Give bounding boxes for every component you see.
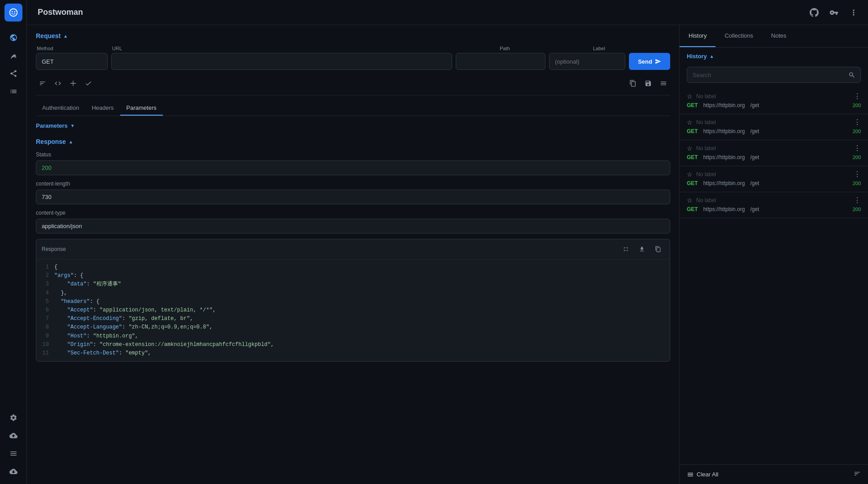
code-icon[interactable] xyxy=(51,77,65,90)
method-badge: GET xyxy=(687,102,698,108)
copy-icon[interactable] xyxy=(626,77,640,90)
code-line-10: 10 "Origin": "chrome-extension://amknoie… xyxy=(36,341,670,349)
github-icon[interactable] xyxy=(807,5,821,20)
history-chevron[interactable]: ▲ xyxy=(710,54,714,59)
more-options-history-icon[interactable]: ⋮ xyxy=(854,92,861,100)
params-chevron[interactable]: ▼ xyxy=(70,123,75,128)
toolbar xyxy=(36,75,670,95)
sidebar-item-download[interactable] xyxy=(5,463,22,480)
code-header: Response xyxy=(36,239,670,259)
request-tabs: Authentication Headers Parameters xyxy=(36,101,670,116)
status-value: 200 xyxy=(36,160,670,175)
sidebar-item-api[interactable] xyxy=(5,30,22,46)
save-icon[interactable] xyxy=(641,77,655,90)
request-section-title: Request xyxy=(36,32,61,39)
star-icon[interactable]: ☆ xyxy=(687,197,693,204)
check-icon[interactable] xyxy=(82,77,95,90)
search-input[interactable] xyxy=(687,67,861,83)
no-label: No label xyxy=(696,93,850,99)
response-section: Response ▲ Status 200 content-length 730… xyxy=(36,138,670,362)
method-badge: GET xyxy=(687,128,698,134)
sidebar-item-settings[interactable] xyxy=(5,410,22,426)
code-line-5: 5 "headers": { xyxy=(36,298,670,306)
request-row: GET POST PUT DELETE PATCH https://httpbi… xyxy=(36,53,670,70)
label-label: Label xyxy=(593,46,669,51)
code-line-4: 4 }, xyxy=(36,289,670,298)
right-tab-notes[interactable]: Notes xyxy=(762,25,795,47)
content-length-label: content-length xyxy=(36,181,670,187)
expand-icon[interactable] xyxy=(619,243,632,255)
history-item[interactable]: ☆ No label ⋮ GET https://httpbin.org /ge… xyxy=(680,192,868,218)
sort-icon[interactable] xyxy=(36,77,49,90)
history-item[interactable]: ☆ No label ⋮ GET https://httpbin.org /ge… xyxy=(680,140,868,166)
response-title: Response xyxy=(36,138,66,145)
sidebar-item-collections[interactable] xyxy=(5,83,22,99)
history-url: https://httpbin.org xyxy=(703,128,745,134)
response-code-container: Response xyxy=(36,239,670,362)
clear-all-button[interactable]: Clear All xyxy=(687,471,718,478)
more-options-history-icon[interactable]: ⋮ xyxy=(854,118,861,126)
history-item[interactable]: ☆ No label ⋮ GET https://httpbin.org /ge… xyxy=(680,114,868,140)
history-item[interactable]: ☆ No label ⋮ GET https://httpbin.org /ge… xyxy=(680,166,868,192)
send-button[interactable]: Send xyxy=(629,53,670,70)
status-badge: 200 xyxy=(853,181,861,186)
more-menu-icon[interactable] xyxy=(846,5,861,20)
tab-authentication[interactable]: Authentication xyxy=(36,101,85,116)
download-response-icon[interactable] xyxy=(636,243,648,255)
search-container xyxy=(680,63,868,88)
sidebar-item-menu[interactable] xyxy=(5,445,22,462)
history-url: https://httpbin.org xyxy=(703,102,745,108)
tab-headers[interactable]: Headers xyxy=(85,101,120,116)
add-header-icon[interactable] xyxy=(66,77,80,90)
no-label: No label xyxy=(696,145,850,151)
sidebar-item-network[interactable] xyxy=(5,48,22,64)
history-url: https://httpbin.org xyxy=(703,154,745,160)
star-icon[interactable]: ☆ xyxy=(687,145,693,152)
url-input[interactable]: https://httpbin.org xyxy=(111,53,452,70)
header-icons xyxy=(807,5,861,20)
response-chevron[interactable]: ▲ xyxy=(69,139,73,144)
path-input[interactable]: /get?data=程序通事 xyxy=(456,53,545,70)
label-input[interactable] xyxy=(549,53,625,70)
response-section-header: Response ▲ xyxy=(36,138,670,145)
history-footer: Clear All xyxy=(680,464,868,484)
history-item[interactable]: ☆ No label ⋮ GET https://httpbin.org /ge… xyxy=(680,88,868,114)
params-title[interactable]: Parameters xyxy=(36,122,68,129)
copy-response-icon[interactable] xyxy=(652,243,664,255)
key-icon[interactable] xyxy=(827,5,841,20)
sidebar-item-upload[interactable] xyxy=(5,428,22,444)
history-path: /get xyxy=(750,206,759,212)
sidebar-item-share[interactable] xyxy=(5,65,22,82)
right-tab-collections[interactable]: Collections xyxy=(715,25,762,47)
status-badge: 200 xyxy=(853,155,861,160)
url-label: URL xyxy=(112,46,496,51)
status-label: Status xyxy=(36,151,670,158)
code-line-3: 3 "data": "程序通事" xyxy=(36,280,670,289)
request-section-header: Request ▲ xyxy=(36,32,670,39)
request-chevron[interactable]: ▲ xyxy=(63,34,68,39)
code-line-1: 1 { xyxy=(36,263,670,272)
star-icon[interactable]: ☆ xyxy=(687,171,693,178)
app-header: Postwoman xyxy=(27,0,868,25)
star-icon[interactable]: ☆ xyxy=(687,119,693,126)
more-options-history-icon[interactable]: ⋮ xyxy=(854,170,861,178)
method-select[interactable]: GET POST PUT DELETE PATCH xyxy=(36,53,108,70)
method-badge: GET xyxy=(687,154,698,160)
history-header: History ▲ xyxy=(680,48,868,63)
sidebar xyxy=(0,0,27,484)
app-logo[interactable] xyxy=(4,4,22,22)
params-header: Parameters ▼ xyxy=(36,122,670,129)
history-url: https://httpbin.org xyxy=(703,206,745,212)
method-badge: GET xyxy=(687,180,698,186)
right-tab-history[interactable]: History xyxy=(680,25,715,47)
content-length-value: 730 xyxy=(36,190,670,204)
sort-history-icon[interactable] xyxy=(854,470,861,479)
content-area: Request ▲ Method URL Path Label GET POST… xyxy=(27,25,868,484)
star-icon[interactable]: ☆ xyxy=(687,93,693,100)
no-label: No label xyxy=(696,171,850,177)
tab-parameters[interactable]: Parameters xyxy=(120,101,163,116)
history-path: /get xyxy=(750,128,759,134)
more-options-history-icon[interactable]: ⋮ xyxy=(854,144,861,152)
more-options-history-icon[interactable]: ⋮ xyxy=(854,196,861,204)
more-options-icon[interactable] xyxy=(657,77,670,90)
